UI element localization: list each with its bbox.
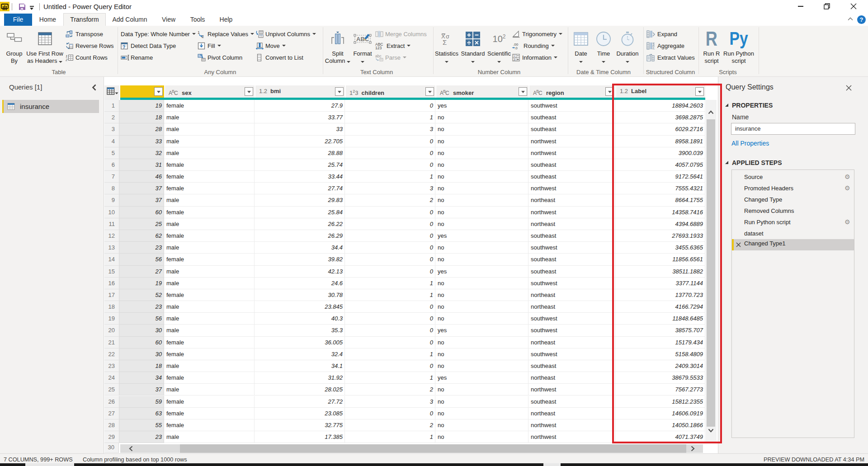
svg-text:?: ?: [123, 44, 125, 49]
svg-text:2: 2: [66, 58, 68, 61]
svg-text:1: 1: [198, 30, 200, 35]
svg-text:1: 1: [514, 54, 515, 57]
svg-text:Σ: Σ: [652, 46, 655, 50]
svg-text:abc: abc: [375, 54, 382, 58]
svg-text:.0: .0: [514, 46, 518, 50]
svg-text:123: 123: [375, 46, 382, 50]
svg-text:3: 3: [514, 58, 515, 61]
svg-text:Σ: Σ: [443, 38, 447, 46]
